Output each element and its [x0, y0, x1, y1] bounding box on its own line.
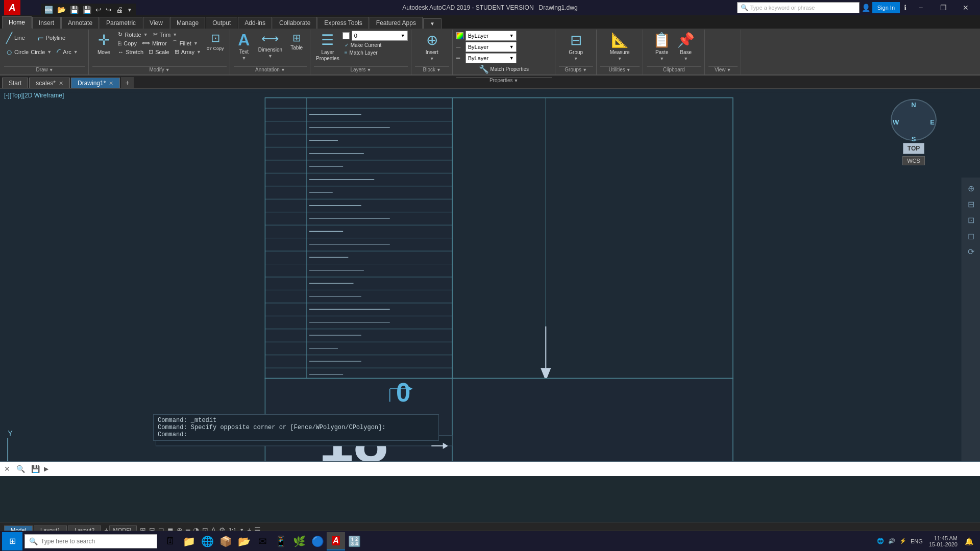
bylayer-linetype-combo[interactable]: ByLayer ▼: [465, 42, 517, 52]
taskbar-search-box[interactable]: 🔍: [24, 534, 157, 548]
groups-dropdown-icon[interactable]: ▼: [582, 67, 587, 72]
tab-output[interactable]: Output: [206, 17, 237, 29]
layer-combo-arrow[interactable]: ▼: [401, 33, 405, 38]
taskbar-icon-phone[interactable]: 📱: [272, 532, 290, 550]
move-button[interactable]: ✛ Move: [92, 31, 115, 56]
stretch-button[interactable]: ↔ Stretch: [116, 48, 145, 56]
add-drawing-tab[interactable]: +: [121, 77, 133, 88]
array-dropdown[interactable]: ▼: [197, 49, 201, 55]
taskbar-clock[interactable]: 11:45 AM 15-01-2020: [929, 535, 958, 547]
layer-properties-button[interactable]: ☰ LayerProperties: [314, 31, 341, 63]
compass-top-button[interactable]: TOP: [903, 143, 924, 154]
taskbar-icon-files[interactable]: 📂: [235, 532, 253, 550]
group-button[interactable]: ⊟ Group ▼: [566, 31, 586, 62]
cmd-save-icon[interactable]: 💾: [29, 464, 42, 474]
rotate-button[interactable]: ↻ Rotate ▼: [116, 31, 150, 38]
insert-button[interactable]: ⊕ Insert ▼: [422, 31, 442, 62]
taskbar-icon-autocad[interactable]: A: [327, 532, 345, 550]
copy-07-button[interactable]: ⊡ 07 Copy: [204, 31, 227, 56]
qa-save-btn[interactable]: 💾: [68, 5, 80, 15]
taskbar-icon-calc[interactable]: 🔢: [345, 532, 363, 550]
tab-express[interactable]: Express Tools: [317, 17, 369, 29]
bylayer-linetype-arrow[interactable]: ▼: [509, 44, 514, 49]
line-button[interactable]: ╱ Line: [4, 31, 35, 45]
circle-dropdown-icon[interactable]: ▼: [47, 49, 52, 55]
network-icon[interactable]: 🌐: [877, 538, 884, 544]
bylayer-lineweight-arrow[interactable]: ▼: [509, 56, 514, 61]
tab-scales[interactable]: scales* ✕: [29, 78, 70, 88]
tab-drawing1-close[interactable]: ✕: [109, 80, 113, 87]
polyline-button[interactable]: ⌐ Polyline: [36, 31, 67, 45]
tab-start[interactable]: Start: [2, 78, 28, 88]
dimension-dropdown[interactable]: ▼: [268, 54, 273, 59]
language-label[interactable]: ENG: [911, 538, 923, 544]
volume-icon[interactable]: 🔊: [888, 538, 895, 544]
autocad-logo-btn[interactable]: A: [4, 0, 20, 15]
arc-button[interactable]: ◜ Arc ▼: [55, 45, 85, 59]
qa-new-btn[interactable]: 🆕: [43, 5, 55, 15]
cmd-search-icon[interactable]: 🔍: [14, 464, 27, 474]
minimize-button[interactable]: −: [911, 0, 931, 15]
qa-undo-btn[interactable]: ↩: [94, 5, 103, 15]
fillet-dropdown[interactable]: ▼: [193, 41, 198, 46]
bylayer-color-arrow[interactable]: ▼: [509, 33, 514, 38]
restore-button[interactable]: ❐: [933, 0, 953, 15]
bylayer-color-combo[interactable]: ByLayer ▼: [465, 31, 517, 41]
base-button[interactable]: 📌 Base ▼: [675, 31, 697, 62]
properties-dropdown-icon[interactable]: ▼: [514, 78, 519, 83]
modify-dropdown-icon[interactable]: ▼: [165, 67, 170, 72]
copy-button[interactable]: ⎘ Copy: [116, 39, 139, 47]
array-button[interactable]: ⊞ Array ▼: [173, 48, 203, 56]
search-box-title[interactable]: 🔍 Type a keyword or phrase: [737, 2, 860, 13]
rt-btn-5[interactable]: ⟳: [966, 245, 976, 259]
qa-redo-btn[interactable]: ↪: [104, 5, 113, 15]
taskbar-icon-chrome[interactable]: 🔵: [308, 532, 327, 550]
fillet-button[interactable]: ⌒ Fillet ▼: [170, 39, 200, 47]
rt-btn-3[interactable]: ⊡: [966, 213, 976, 227]
sign-in-button[interactable]: Sign In: [872, 2, 900, 13]
taskbar-icon-mail[interactable]: ✉: [253, 532, 272, 550]
measure-dropdown[interactable]: ▼: [618, 56, 622, 61]
base-dropdown[interactable]: ▼: [683, 56, 688, 61]
close-button[interactable]: ✕: [955, 0, 976, 15]
taskbar-icon-store[interactable]: 📦: [216, 532, 235, 550]
taskbar-icon-spotify[interactable]: 🌿: [290, 532, 308, 550]
rotate-dropdown[interactable]: ▼: [143, 32, 148, 37]
drawing-canvas[interactable]: 18 0 Y X: [0, 89, 962, 522]
view-dropdown-icon[interactable]: ▼: [726, 67, 731, 72]
taskbar-search-input[interactable]: [41, 538, 143, 545]
rt-btn-4[interactable]: ◻: [966, 229, 976, 243]
viewport-label[interactable]: [-][Top][2D Wireframe]: [4, 92, 64, 99]
tab-addins[interactable]: Add-ins: [238, 17, 272, 29]
rt-btn-2[interactable]: ⊟: [966, 197, 976, 211]
table-button[interactable]: ⊞ Table: [286, 31, 307, 52]
drawing-area[interactable]: 18 0 Y X Command: _mtedit Command: Sp: [0, 89, 962, 522]
tab-manage[interactable]: Manage: [170, 17, 205, 29]
tab-insert[interactable]: Insert: [32, 17, 61, 29]
notification-btn[interactable]: 🔔: [960, 532, 978, 550]
qa-open-btn[interactable]: 📂: [56, 5, 67, 15]
make-current-button[interactable]: ✓ Make Current: [342, 42, 384, 48]
qa-save2-btn[interactable]: 💾: [81, 5, 93, 15]
battery-icon[interactable]: ⚡: [899, 538, 906, 544]
bylayer-lineweight-combo[interactable]: ByLayer ▼: [465, 53, 517, 63]
tab-featured[interactable]: Featured Apps: [370, 17, 423, 29]
taskbar-icon-edge[interactable]: 🌐: [198, 532, 216, 550]
cmd-close-icon[interactable]: ✕: [2, 464, 12, 474]
insert-dropdown[interactable]: ▼: [430, 56, 434, 61]
layer-combo[interactable]: 0 ▼: [352, 31, 408, 41]
tab-scales-close[interactable]: ✕: [59, 80, 63, 87]
paste-button[interactable]: 📋 Paste ▼: [651, 31, 673, 62]
group-dropdown[interactable]: ▼: [574, 56, 578, 61]
annotation-dropdown-icon[interactable]: ▼: [281, 67, 285, 72]
start-button[interactable]: ⊞: [2, 532, 22, 550]
circle-button[interactable]: ○ Circle Circle ▼: [4, 45, 54, 59]
match-layer-button[interactable]: ≡ Match Layer: [342, 49, 380, 56]
tab-home[interactable]: Home: [2, 16, 32, 29]
task-view-btn[interactable]: 🗓: [161, 532, 180, 550]
paste-dropdown[interactable]: ▼: [659, 56, 664, 61]
text-button[interactable]: A Text ▼: [234, 31, 254, 62]
utilities-dropdown-icon[interactable]: ▼: [626, 67, 631, 72]
layers-dropdown-icon[interactable]: ▼: [366, 67, 371, 72]
draw-dropdown-icon[interactable]: ▼: [49, 67, 54, 72]
